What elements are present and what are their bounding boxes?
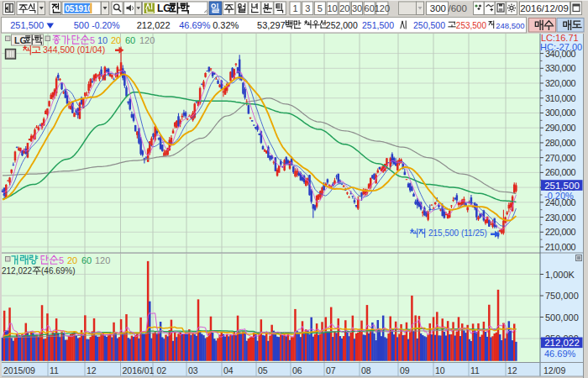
svg-text:1,000K: 1,000K: [545, 270, 575, 280]
svg-text:212,022: 212,022: [137, 20, 171, 30]
svg-text:210,000: 210,000: [545, 242, 576, 252]
svg-text:46.69%: 46.69%: [179, 20, 211, 30]
svg-text:05: 05: [258, 365, 268, 375]
svg-text:1: 1: [292, 3, 297, 13]
svg-text:250,500: 250,500: [413, 20, 445, 30]
svg-text:08: 08: [361, 365, 371, 375]
svg-text:20: 20: [111, 35, 121, 45]
svg-text:2016/12/09: 2016/12/09: [520, 3, 569, 13]
svg-text:(46.69%): (46.69%): [41, 266, 76, 276]
svg-text:212,022: 212,022: [544, 338, 580, 348]
svg-text:60: 60: [125, 35, 135, 45]
svg-text:300: 300: [430, 3, 446, 13]
svg-text:LG: LG: [14, 35, 27, 45]
svg-text:280,000: 280,000: [545, 138, 576, 148]
svg-text:60: 60: [81, 255, 92, 265]
svg-text:12/09: 12/09: [543, 365, 565, 375]
svg-text:120: 120: [375, 3, 390, 13]
svg-text:07: 07: [326, 365, 336, 375]
svg-text:500,000: 500,000: [545, 312, 579, 323]
svg-text:46.69%: 46.69%: [544, 349, 576, 359]
svg-text:750,000: 750,000: [545, 291, 579, 301]
svg-text:-0.20%: -0.20%: [92, 20, 119, 30]
svg-text:06: 06: [292, 365, 302, 375]
svg-text:HC:-27.00: HC:-27.00: [540, 42, 582, 52]
svg-text:60: 60: [365, 3, 375, 13]
svg-text:220,000: 220,000: [545, 227, 576, 237]
svg-text:0.32%: 0.32%: [213, 20, 239, 30]
svg-text:12: 12: [507, 365, 517, 375]
svg-text:251,500: 251,500: [362, 20, 394, 30]
svg-text:2016/01: 2016/01: [123, 365, 155, 375]
svg-text:344,500 (01/04): 344,500 (01/04): [43, 45, 105, 55]
svg-text:10: 10: [97, 35, 108, 45]
svg-text:5: 5: [90, 35, 95, 45]
svg-text:09: 09: [400, 365, 410, 375]
svg-text:5: 5: [318, 3, 323, 13]
svg-text:20: 20: [67, 255, 77, 265]
svg-text:300,000: 300,000: [545, 108, 576, 118]
svg-text:120: 120: [139, 35, 155, 45]
svg-text:215,500 (11/25): 215,500 (11/25): [428, 228, 487, 238]
svg-text:248,500: 248,500: [496, 21, 524, 30]
svg-text:10: 10: [435, 365, 445, 375]
svg-text:310,000: 310,000: [545, 93, 576, 103]
svg-text:02: 02: [157, 365, 167, 375]
svg-text:3: 3: [305, 3, 310, 13]
svg-text:/600: /600: [449, 3, 467, 13]
svg-text:252,000: 252,000: [326, 20, 358, 30]
svg-text:230,000: 230,000: [545, 213, 576, 223]
svg-text:2015/09: 2015/09: [3, 365, 35, 375]
svg-text:253,500: 253,500: [456, 21, 487, 30]
svg-text:212,022: 212,022: [2, 266, 33, 276]
svg-text:30: 30: [352, 3, 362, 13]
svg-text:LG: LG: [157, 3, 171, 14]
svg-text:270,000: 270,000: [545, 153, 576, 163]
svg-text:03: 03: [188, 365, 198, 375]
svg-text:290,000: 290,000: [545, 123, 576, 133]
svg-text:500: 500: [74, 20, 89, 30]
svg-text:11: 11: [470, 365, 480, 375]
svg-text:120: 120: [95, 255, 110, 265]
svg-text:-0.20%: -0.20%: [544, 191, 574, 201]
svg-text:11: 11: [50, 365, 59, 375]
svg-text:53,297: 53,297: [257, 20, 286, 30]
svg-text:20: 20: [339, 3, 349, 13]
svg-text:12: 12: [87, 365, 97, 375]
svg-text:04: 04: [223, 365, 234, 375]
svg-text:330,000: 330,000: [545, 63, 576, 73]
svg-text:5: 5: [59, 255, 64, 265]
svg-text:251,500: 251,500: [544, 181, 580, 191]
svg-text:051910: 051910: [66, 4, 93, 13]
svg-text:320,000: 320,000: [545, 78, 576, 88]
svg-text:260,000: 260,000: [545, 167, 576, 177]
svg-text:251,500: 251,500: [10, 20, 44, 30]
svg-text:10: 10: [327, 3, 337, 13]
